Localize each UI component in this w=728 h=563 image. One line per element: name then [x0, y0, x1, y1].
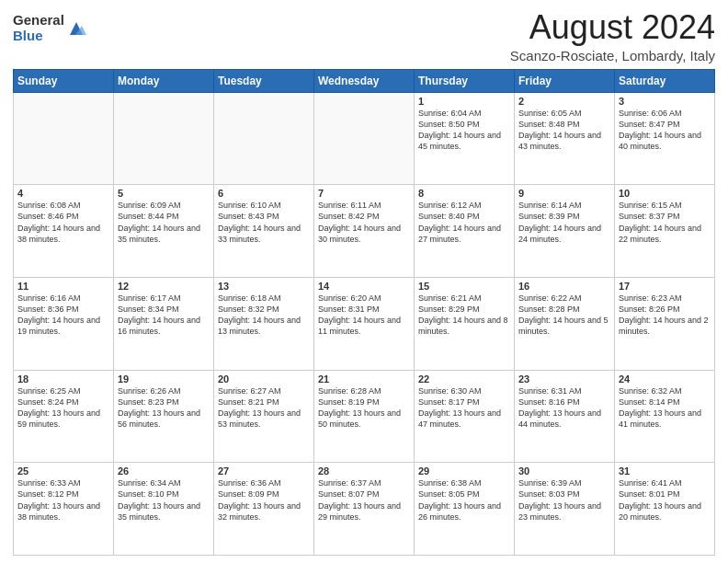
day-info: Sunrise: 6:05 AM Sunset: 8:48 PM Dayligh… [518, 108, 610, 153]
calendar-cell: 10Sunrise: 6:15 AM Sunset: 8:37 PM Dayli… [615, 185, 715, 278]
header: General Blue August 2024 Scanzo-Rosciate… [13, 9, 715, 63]
logo-icon [66, 18, 86, 39]
day-info: Sunrise: 6:11 AM Sunset: 8:42 PM Dayligh… [318, 200, 410, 245]
day-number: 18 [17, 373, 109, 385]
day-number: 30 [518, 465, 610, 477]
day-number: 16 [518, 281, 610, 292]
day-info: Sunrise: 6:06 AM Sunset: 8:47 PM Dayligh… [619, 108, 711, 153]
location-title: Scanzo-Rosciate, Lombardy, Italy [86, 48, 715, 63]
calendar-cell: 28Sunrise: 6:37 AM Sunset: 8:07 PM Dayli… [314, 463, 415, 556]
page: General Blue August 2024 Scanzo-Rosciate… [0, 0, 728, 563]
day-number: 19 [118, 373, 210, 385]
week-row-2: 4Sunrise: 6:08 AM Sunset: 8:46 PM Daylig… [14, 185, 715, 278]
calendar-header-row: SundayMondayTuesdayWednesdayThursdayFrid… [14, 69, 715, 92]
day-info: Sunrise: 6:41 AM Sunset: 8:01 PM Dayligh… [619, 477, 711, 523]
title-area: August 2024 Scanzo-Rosciate, Lombardy, I… [86, 9, 715, 63]
day-info: Sunrise: 6:20 AM Sunset: 8:31 PM Dayligh… [318, 293, 410, 338]
day-info: Sunrise: 6:39 AM Sunset: 8:03 PM Dayligh… [518, 477, 610, 523]
day-number: 17 [619, 281, 711, 292]
day-number: 8 [418, 188, 510, 199]
day-info: Sunrise: 6:27 AM Sunset: 8:21 PM Dayligh… [218, 385, 310, 431]
calendar-cell: 21Sunrise: 6:28 AM Sunset: 8:19 PM Dayli… [314, 370, 415, 463]
day-number: 23 [518, 373, 610, 385]
day-number: 27 [218, 465, 310, 477]
day-info: Sunrise: 6:21 AM Sunset: 8:29 PM Dayligh… [418, 293, 510, 338]
day-number: 2 [518, 96, 610, 107]
day-info: Sunrise: 6:14 AM Sunset: 8:39 PM Dayligh… [518, 200, 610, 245]
calendar-cell: 20Sunrise: 6:27 AM Sunset: 8:21 PM Dayli… [214, 370, 314, 463]
day-info: Sunrise: 6:32 AM Sunset: 8:14 PM Dayligh… [619, 385, 711, 431]
calendar-cell: 5Sunrise: 6:09 AM Sunset: 8:44 PM Daylig… [114, 185, 214, 278]
calendar-cell: 24Sunrise: 6:32 AM Sunset: 8:14 PM Dayli… [615, 370, 715, 463]
day-header-sunday: Sunday [14, 69, 114, 92]
day-number: 31 [619, 465, 711, 477]
day-number: 21 [318, 373, 410, 385]
calendar-cell: 29Sunrise: 6:38 AM Sunset: 8:05 PM Dayli… [415, 463, 515, 556]
day-number: 3 [619, 96, 711, 107]
calendar-cell: 17Sunrise: 6:23 AM Sunset: 8:26 PM Dayli… [615, 277, 715, 370]
month-title: August 2024 [86, 9, 715, 46]
day-info: Sunrise: 6:38 AM Sunset: 8:05 PM Dayligh… [418, 477, 510, 523]
calendar-cell: 15Sunrise: 6:21 AM Sunset: 8:29 PM Dayli… [415, 277, 515, 370]
calendar-cell: 4Sunrise: 6:08 AM Sunset: 8:46 PM Daylig… [14, 185, 114, 278]
day-number: 29 [418, 465, 510, 477]
day-info: Sunrise: 6:26 AM Sunset: 8:23 PM Dayligh… [118, 385, 210, 431]
logo: General Blue [13, 13, 86, 43]
day-number: 1 [418, 96, 510, 107]
calendar-cell: 11Sunrise: 6:16 AM Sunset: 8:36 PM Dayli… [14, 277, 114, 370]
day-info: Sunrise: 6:30 AM Sunset: 8:17 PM Dayligh… [418, 385, 510, 431]
day-info: Sunrise: 6:12 AM Sunset: 8:40 PM Dayligh… [418, 200, 510, 245]
calendar-cell: 25Sunrise: 6:33 AM Sunset: 8:12 PM Dayli… [14, 463, 114, 556]
calendar-cell: 13Sunrise: 6:18 AM Sunset: 8:32 PM Dayli… [214, 277, 314, 370]
calendar-cell: 8Sunrise: 6:12 AM Sunset: 8:40 PM Daylig… [415, 185, 515, 278]
day-number: 22 [418, 373, 510, 385]
day-header-friday: Friday [515, 69, 615, 92]
day-number: 7 [318, 188, 410, 199]
day-number: 13 [218, 281, 310, 292]
calendar-cell: 7Sunrise: 6:11 AM Sunset: 8:42 PM Daylig… [314, 185, 415, 278]
day-info: Sunrise: 6:17 AM Sunset: 8:34 PM Dayligh… [118, 293, 210, 338]
calendar-cell: 19Sunrise: 6:26 AM Sunset: 8:23 PM Dayli… [114, 370, 214, 463]
calendar-cell [114, 92, 214, 185]
logo-general: General [13, 13, 64, 29]
day-header-wednesday: Wednesday [314, 69, 415, 92]
day-info: Sunrise: 6:34 AM Sunset: 8:10 PM Dayligh… [118, 477, 210, 523]
logo-blue: Blue [13, 29, 64, 44]
week-row-1: 1Sunrise: 6:04 AM Sunset: 8:50 PM Daylig… [14, 92, 715, 185]
day-info: Sunrise: 6:08 AM Sunset: 8:46 PM Dayligh… [17, 200, 109, 245]
calendar-cell: 23Sunrise: 6:31 AM Sunset: 8:16 PM Dayli… [515, 370, 615, 463]
day-info: Sunrise: 6:28 AM Sunset: 8:19 PM Dayligh… [318, 385, 410, 431]
day-info: Sunrise: 6:37 AM Sunset: 8:07 PM Dayligh… [318, 477, 410, 523]
calendar-cell: 12Sunrise: 6:17 AM Sunset: 8:34 PM Dayli… [114, 277, 214, 370]
day-number: 12 [118, 281, 210, 292]
day-number: 15 [418, 281, 510, 292]
day-info: Sunrise: 6:16 AM Sunset: 8:36 PM Dayligh… [17, 293, 109, 338]
calendar-cell: 1Sunrise: 6:04 AM Sunset: 8:50 PM Daylig… [415, 92, 515, 185]
calendar-cell: 9Sunrise: 6:14 AM Sunset: 8:39 PM Daylig… [515, 185, 615, 278]
week-row-5: 25Sunrise: 6:33 AM Sunset: 8:12 PM Dayli… [14, 463, 715, 556]
calendar-cell: 26Sunrise: 6:34 AM Sunset: 8:10 PM Dayli… [114, 463, 214, 556]
calendar-cell [14, 92, 114, 185]
calendar-cell: 31Sunrise: 6:41 AM Sunset: 8:01 PM Dayli… [615, 463, 715, 556]
logo-text: General Blue [13, 13, 64, 43]
calendar-cell: 6Sunrise: 6:10 AM Sunset: 8:43 PM Daylig… [214, 185, 314, 278]
day-info: Sunrise: 6:18 AM Sunset: 8:32 PM Dayligh… [218, 293, 310, 338]
calendar-cell: 30Sunrise: 6:39 AM Sunset: 8:03 PM Dayli… [515, 463, 615, 556]
week-row-4: 18Sunrise: 6:25 AM Sunset: 8:24 PM Dayli… [14, 370, 715, 463]
day-number: 28 [318, 465, 410, 477]
day-info: Sunrise: 6:15 AM Sunset: 8:37 PM Dayligh… [619, 200, 711, 245]
day-number: 4 [17, 188, 109, 199]
day-number: 26 [118, 465, 210, 477]
day-number: 6 [218, 188, 310, 199]
day-info: Sunrise: 6:22 AM Sunset: 8:28 PM Dayligh… [518, 293, 610, 338]
calendar-cell: 16Sunrise: 6:22 AM Sunset: 8:28 PM Dayli… [515, 277, 615, 370]
calendar-cell [314, 92, 415, 185]
week-row-3: 11Sunrise: 6:16 AM Sunset: 8:36 PM Dayli… [14, 277, 715, 370]
calendar-table: SundayMondayTuesdayWednesdayThursdayFrid… [13, 69, 715, 556]
calendar-cell: 22Sunrise: 6:30 AM Sunset: 8:17 PM Dayli… [415, 370, 515, 463]
calendar-cell: 18Sunrise: 6:25 AM Sunset: 8:24 PM Dayli… [14, 370, 114, 463]
day-info: Sunrise: 6:25 AM Sunset: 8:24 PM Dayligh… [17, 385, 109, 431]
day-info: Sunrise: 6:04 AM Sunset: 8:50 PM Dayligh… [418, 108, 510, 153]
calendar-cell: 14Sunrise: 6:20 AM Sunset: 8:31 PM Dayli… [314, 277, 415, 370]
day-info: Sunrise: 6:09 AM Sunset: 8:44 PM Dayligh… [118, 200, 210, 245]
